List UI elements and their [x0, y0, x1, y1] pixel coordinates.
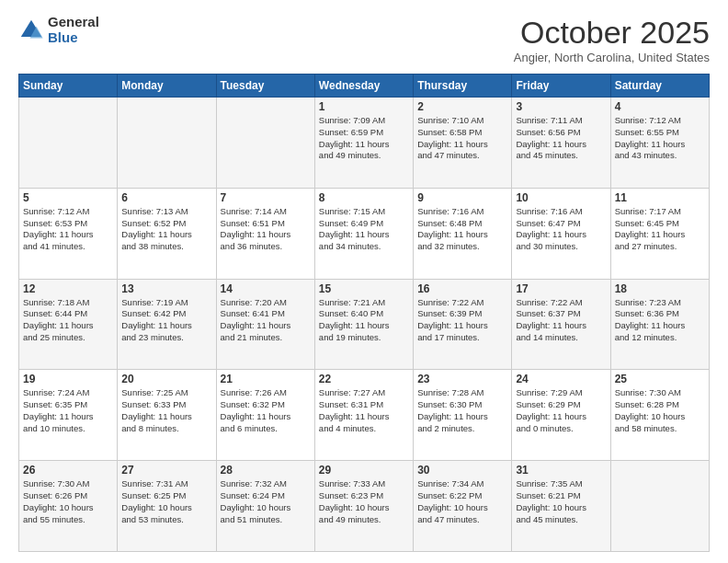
calendar-cell	[216, 98, 314, 189]
col-friday: Friday	[512, 75, 610, 98]
day-info: Sunrise: 7:11 AM Sunset: 6:56 PM Dayligh…	[516, 115, 606, 162]
day-info: Sunrise: 7:19 AM Sunset: 6:42 PM Dayligh…	[121, 297, 211, 344]
col-sunday: Sunday	[19, 75, 118, 98]
calendar-cell: 1Sunrise: 7:09 AM Sunset: 6:59 PM Daylig…	[314, 98, 413, 189]
day-info: Sunrise: 7:16 AM Sunset: 6:47 PM Dayligh…	[516, 206, 606, 253]
day-number: 11	[615, 191, 705, 204]
week-row-2: 5Sunrise: 7:12 AM Sunset: 6:53 PM Daylig…	[19, 188, 710, 279]
day-info: Sunrise: 7:34 AM Sunset: 6:22 PM Dayligh…	[417, 478, 507, 525]
day-number: 13	[121, 282, 211, 295]
day-number: 27	[121, 464, 211, 477]
week-row-1: 1Sunrise: 7:09 AM Sunset: 6:59 PM Daylig…	[19, 98, 710, 189]
week-row-4: 19Sunrise: 7:24 AM Sunset: 6:35 PM Dayli…	[19, 370, 710, 461]
day-number: 26	[23, 464, 113, 477]
day-info: Sunrise: 7:09 AM Sunset: 6:59 PM Dayligh…	[319, 115, 409, 162]
day-info: Sunrise: 7:29 AM Sunset: 6:29 PM Dayligh…	[516, 387, 606, 434]
calendar-cell: 18Sunrise: 7:23 AM Sunset: 6:36 PM Dayli…	[610, 279, 709, 370]
page: General Blue October 2025 Angier, North …	[0, 0, 728, 563]
day-number: 15	[319, 282, 409, 295]
day-info: Sunrise: 7:12 AM Sunset: 6:53 PM Dayligh…	[23, 206, 113, 253]
col-tuesday: Tuesday	[216, 75, 314, 98]
calendar-cell: 28Sunrise: 7:32 AM Sunset: 6:24 PM Dayli…	[216, 461, 314, 552]
calendar-cell: 21Sunrise: 7:26 AM Sunset: 6:32 PM Dayli…	[216, 370, 314, 461]
day-number: 2	[417, 100, 507, 113]
logo-text: General Blue	[48, 15, 99, 45]
day-number: 14	[221, 282, 311, 295]
calendar-cell	[19, 98, 118, 189]
day-number: 7	[221, 191, 311, 204]
day-info: Sunrise: 7:25 AM Sunset: 6:33 PM Dayligh…	[121, 387, 211, 434]
day-number: 20	[121, 373, 211, 385]
day-info: Sunrise: 7:30 AM Sunset: 6:26 PM Dayligh…	[23, 478, 113, 525]
day-number: 28	[221, 464, 311, 477]
calendar-cell	[118, 98, 216, 189]
day-number: 10	[516, 191, 606, 204]
calendar-cell: 20Sunrise: 7:25 AM Sunset: 6:33 PM Dayli…	[118, 370, 216, 461]
day-number: 1	[319, 100, 409, 113]
col-wednesday: Wednesday	[314, 75, 413, 98]
calendar-cell	[610, 461, 709, 552]
col-thursday: Thursday	[414, 75, 512, 98]
day-info: Sunrise: 7:10 AM Sunset: 6:58 PM Dayligh…	[417, 115, 507, 162]
day-info: Sunrise: 7:20 AM Sunset: 6:41 PM Dayligh…	[221, 297, 311, 344]
calendar-cell: 17Sunrise: 7:22 AM Sunset: 6:37 PM Dayli…	[512, 279, 610, 370]
week-row-5: 26Sunrise: 7:30 AM Sunset: 6:26 PM Dayli…	[19, 461, 710, 552]
day-info: Sunrise: 7:17 AM Sunset: 6:45 PM Dayligh…	[615, 206, 705, 253]
calendar-cell: 4Sunrise: 7:12 AM Sunset: 6:55 PM Daylig…	[610, 98, 709, 189]
calendar-cell: 15Sunrise: 7:21 AM Sunset: 6:40 PM Dayli…	[314, 279, 413, 370]
calendar-cell: 13Sunrise: 7:19 AM Sunset: 6:42 PM Dayli…	[118, 279, 216, 370]
week-row-3: 12Sunrise: 7:18 AM Sunset: 6:44 PM Dayli…	[19, 279, 710, 370]
day-info: Sunrise: 7:15 AM Sunset: 6:49 PM Dayligh…	[319, 206, 409, 253]
day-number: 8	[319, 191, 409, 204]
day-info: Sunrise: 7:27 AM Sunset: 6:31 PM Dayligh…	[319, 387, 409, 434]
day-info: Sunrise: 7:12 AM Sunset: 6:55 PM Dayligh…	[615, 115, 705, 162]
day-info: Sunrise: 7:16 AM Sunset: 6:48 PM Dayligh…	[417, 206, 507, 253]
calendar-cell: 5Sunrise: 7:12 AM Sunset: 6:53 PM Daylig…	[19, 188, 118, 279]
day-number: 30	[417, 464, 507, 477]
calendar-cell: 8Sunrise: 7:15 AM Sunset: 6:49 PM Daylig…	[314, 188, 413, 279]
calendar-cell: 9Sunrise: 7:16 AM Sunset: 6:48 PM Daylig…	[414, 188, 512, 279]
day-number: 5	[23, 191, 113, 204]
logo-blue-text: Blue	[48, 30, 99, 46]
calendar-header-row: Sunday Monday Tuesday Wednesday Thursday…	[19, 75, 710, 98]
day-number: 22	[319, 373, 409, 385]
calendar-cell: 26Sunrise: 7:30 AM Sunset: 6:26 PM Dayli…	[19, 461, 118, 552]
calendar-cell: 7Sunrise: 7:14 AM Sunset: 6:51 PM Daylig…	[216, 188, 314, 279]
calendar-cell: 14Sunrise: 7:20 AM Sunset: 6:41 PM Dayli…	[216, 279, 314, 370]
day-number: 17	[516, 282, 606, 295]
day-info: Sunrise: 7:22 AM Sunset: 6:39 PM Dayligh…	[417, 297, 507, 344]
location-subtitle: Angier, North Carolina, United States	[514, 51, 710, 64]
day-info: Sunrise: 7:32 AM Sunset: 6:24 PM Dayligh…	[221, 478, 311, 525]
calendar-cell: 16Sunrise: 7:22 AM Sunset: 6:39 PM Dayli…	[414, 279, 512, 370]
calendar-cell: 23Sunrise: 7:28 AM Sunset: 6:30 PM Dayli…	[414, 370, 512, 461]
calendar-table: Sunday Monday Tuesday Wednesday Thursday…	[18, 74, 710, 552]
day-number: 12	[23, 282, 113, 295]
day-number: 16	[417, 282, 507, 295]
calendar-cell: 30Sunrise: 7:34 AM Sunset: 6:22 PM Dayli…	[414, 461, 512, 552]
day-info: Sunrise: 7:23 AM Sunset: 6:36 PM Dayligh…	[615, 297, 705, 344]
day-info: Sunrise: 7:13 AM Sunset: 6:52 PM Dayligh…	[121, 206, 211, 253]
calendar-cell: 10Sunrise: 7:16 AM Sunset: 6:47 PM Dayli…	[512, 188, 610, 279]
calendar-cell: 11Sunrise: 7:17 AM Sunset: 6:45 PM Dayli…	[610, 188, 709, 279]
day-info: Sunrise: 7:14 AM Sunset: 6:51 PM Dayligh…	[221, 206, 311, 253]
day-number: 9	[417, 191, 507, 204]
day-info: Sunrise: 7:24 AM Sunset: 6:35 PM Dayligh…	[23, 387, 113, 434]
day-info: Sunrise: 7:18 AM Sunset: 6:44 PM Dayligh…	[23, 297, 113, 344]
day-number: 29	[319, 464, 409, 477]
day-info: Sunrise: 7:33 AM Sunset: 6:23 PM Dayligh…	[319, 478, 409, 525]
col-monday: Monday	[118, 75, 216, 98]
day-info: Sunrise: 7:30 AM Sunset: 6:28 PM Dayligh…	[615, 387, 705, 434]
logo-general-text: General	[48, 15, 99, 30]
day-info: Sunrise: 7:31 AM Sunset: 6:25 PM Dayligh…	[121, 478, 211, 525]
day-info: Sunrise: 7:35 AM Sunset: 6:21 PM Dayligh…	[516, 478, 606, 525]
day-number: 3	[516, 100, 606, 113]
calendar-cell: 19Sunrise: 7:24 AM Sunset: 6:35 PM Dayli…	[19, 370, 118, 461]
logo-icon	[18, 17, 44, 43]
day-number: 18	[615, 282, 705, 295]
day-number: 25	[615, 373, 705, 385]
day-info: Sunrise: 7:26 AM Sunset: 6:32 PM Dayligh…	[221, 387, 311, 434]
calendar-cell: 3Sunrise: 7:11 AM Sunset: 6:56 PM Daylig…	[512, 98, 610, 189]
calendar-cell: 25Sunrise: 7:30 AM Sunset: 6:28 PM Dayli…	[610, 370, 709, 461]
day-info: Sunrise: 7:21 AM Sunset: 6:40 PM Dayligh…	[319, 297, 409, 344]
day-info: Sunrise: 7:22 AM Sunset: 6:37 PM Dayligh…	[516, 297, 606, 344]
